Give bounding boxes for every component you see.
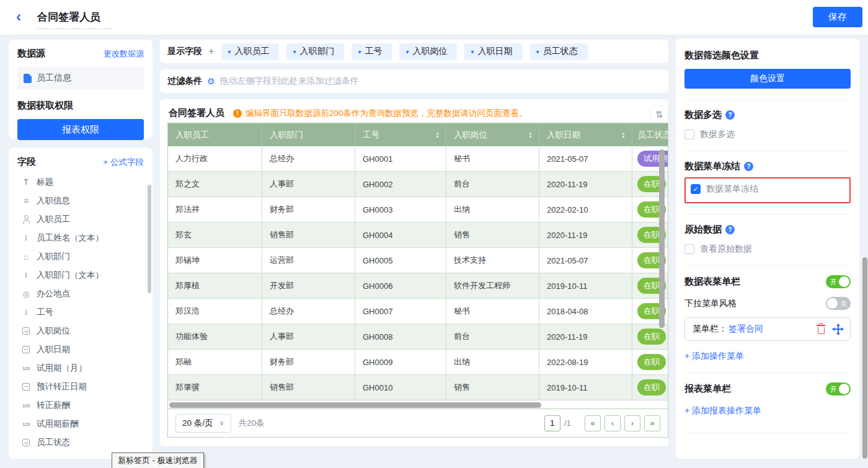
display-field-chip[interactable]: ▾入职日期 bbox=[464, 43, 522, 60]
display-field-chip[interactable]: ▾入职员工 bbox=[221, 43, 279, 60]
table-preview-panel: 合同签署人员 ! 编辑界面只取数据源前200条作为查询数据预览，完整数据请访问页… bbox=[160, 99, 668, 446]
table-column-header[interactable]: 工号▲▼ bbox=[355, 123, 446, 146]
raw-data-checkbox[interactable] bbox=[684, 244, 694, 254]
move-icon[interactable] bbox=[833, 325, 843, 334]
add-display-field-button[interactable]: + bbox=[208, 46, 214, 57]
display-field-chip[interactable]: ▾入职岗位 bbox=[399, 43, 457, 60]
table-column-header[interactable]: 入职员工 bbox=[168, 123, 262, 146]
field-item-label: 转正薪酬 bbox=[37, 400, 70, 411]
divider bbox=[684, 99, 851, 100]
gear-icon[interactable]: ⚙ bbox=[207, 76, 215, 86]
table-row[interactable]: 郑锡坤运营部GH0005技术支持2021-05-07在职 bbox=[168, 248, 668, 273]
table-cell: 财务部 bbox=[262, 350, 355, 374]
table-cell: 2021-05-07 bbox=[539, 146, 632, 171]
prev-page-button[interactable]: ‹ bbox=[604, 415, 621, 431]
field-item-label: 试用期（月） bbox=[37, 363, 87, 374]
back-icon[interactable]: ‹ bbox=[16, 8, 21, 25]
table-cell: GH0009 bbox=[355, 350, 446, 374]
field-item[interactable]: 入职员工 bbox=[17, 210, 144, 229]
table-cell-status: 在职 bbox=[632, 350, 668, 374]
change-datasource-link[interactable]: 更改数据源 bbox=[104, 48, 144, 60]
divider bbox=[684, 373, 851, 373]
window-scrollbar[interactable] bbox=[862, 257, 867, 459]
table-row[interactable]: 郑汉浩总经办GH0007秘书2018-04-08在职 bbox=[168, 299, 668, 324]
table-menu-toggle[interactable]: 开 bbox=[826, 275, 851, 288]
add-formula-field-link[interactable]: + 公式字段 bbox=[103, 157, 144, 168]
data-permission-title: 数据获取权限 bbox=[17, 100, 144, 112]
display-field-chip[interactable]: ▾入职部门 bbox=[286, 43, 344, 60]
sort-down-icon: ▼ bbox=[528, 135, 533, 139]
report-menu-toggle[interactable]: 开 bbox=[826, 382, 851, 395]
help-icon[interactable]: ? bbox=[725, 225, 735, 234]
field-item[interactable]: 员工姓名（文本） bbox=[17, 229, 144, 247]
save-button[interactable]: 保存 bbox=[813, 7, 862, 27]
field-item[interactable]: 员工状态 bbox=[17, 433, 144, 452]
table-column-header[interactable]: 入职部门 bbox=[262, 123, 355, 146]
display-field-chip[interactable]: ▾员工状态 bbox=[530, 43, 588, 60]
field-item[interactable]: 入职信息 bbox=[17, 192, 144, 210]
field-item[interactable]: 预计转正日期 bbox=[17, 377, 144, 396]
last-page-button[interactable]: » bbox=[644, 415, 660, 431]
field-item[interactable]: 试用期薪酬 bbox=[17, 415, 144, 433]
add-action-menu-link[interactable]: + 添加操作菜单 bbox=[684, 351, 851, 362]
field-item[interactable]: 转正薪酬 bbox=[17, 396, 144, 415]
table-row[interactable]: 郑之文人事部GH0002前台2020-11-19在职 bbox=[168, 172, 668, 197]
menu-item-link[interactable]: 签署合同 bbox=[728, 324, 763, 335]
table-row[interactable]: 郑厚植开发部GH0006软件开发工程师2019-10-11在职 bbox=[168, 273, 668, 299]
table-vertical-scrollbar[interactable] bbox=[659, 149, 665, 328]
field-item[interactable]: 入职日期 bbox=[17, 340, 144, 359]
field-list: 标题入职信息入职员工员工姓名（文本）入职部门入职部门（文本）办公地点工号入职岗位… bbox=[17, 173, 144, 452]
sort-arrows-icon[interactable]: ▲▼ bbox=[435, 131, 440, 139]
color-setting-button[interactable]: 颜色设置 bbox=[684, 69, 851, 89]
sort-arrows-icon[interactable]: ▲▼ bbox=[621, 131, 626, 139]
table-column-header[interactable]: 入职岗位▲▼ bbox=[446, 123, 539, 146]
field-item-label: 员工姓名（文本） bbox=[37, 232, 104, 244]
sort-toggle-button[interactable]: ⇅ bbox=[650, 105, 668, 124]
add-report-action-menu-link[interactable]: + 添加报表操作菜单 bbox=[684, 405, 851, 417]
table-column-header[interactable]: 入职日期▲▼ bbox=[539, 123, 632, 146]
sort-arrows-icon[interactable]: ▲▼ bbox=[528, 131, 533, 139]
table-row[interactable]: 郑法祥财务部GH0003出纳2022-02-10在职 bbox=[168, 197, 668, 223]
settings-panel: 数据筛选颜色设置 颜色设置 数据多选 ? 数据多选 数据菜单冻结 ? ✓ 数据菜… bbox=[676, 38, 859, 459]
table-cell: 秘书 bbox=[446, 146, 539, 171]
field-item[interactable]: 入职岗位 bbox=[17, 322, 144, 340]
field-item[interactable]: 试用期（月） bbox=[17, 359, 144, 377]
table-cell: 郑锡坤 bbox=[168, 248, 262, 273]
table-row[interactable]: 功能体验人事部GH0008前台2020-11-19在职 bbox=[168, 324, 668, 350]
field-item[interactable]: 入职部门（文本） bbox=[17, 266, 144, 285]
help-icon[interactable]: ? bbox=[725, 110, 735, 120]
display-field-chip[interactable]: ▾工号 bbox=[352, 43, 392, 60]
table-horizontal-scrollbar[interactable] bbox=[169, 402, 541, 408]
help-icon[interactable]: ? bbox=[744, 162, 753, 171]
first-page-button[interactable]: « bbox=[585, 415, 601, 431]
datasource-item[interactable]: 员工信息 bbox=[17, 67, 144, 89]
table-cell: 郑之文 bbox=[168, 172, 262, 196]
field-item-label: 入职部门（文本） bbox=[37, 270, 104, 281]
table-row[interactable]: 郑肇骥销售部GH0010销售2019-10-11在职 bbox=[168, 375, 668, 400]
page-size-select[interactable]: 20 条/页 ∨ bbox=[175, 414, 231, 433]
table-column-header[interactable]: 员工状态 bbox=[632, 123, 668, 146]
field-item[interactable]: 工号 bbox=[17, 303, 144, 322]
chip-label: 工号 bbox=[365, 46, 382, 57]
multi-select-checkbox[interactable] bbox=[684, 130, 694, 139]
table-row[interactable]: 郑玄销售部GH0004销售2020-11-19在职 bbox=[168, 223, 668, 248]
table-cell: 2022-02-10 bbox=[539, 197, 632, 222]
field-item[interactable]: 办公地点 bbox=[17, 285, 144, 303]
field-item[interactable]: 标题 bbox=[17, 173, 144, 192]
current-page-input[interactable]: 1 bbox=[544, 415, 560, 431]
field-item[interactable]: 入职部门 bbox=[17, 247, 144, 266]
field-list-scrollbar[interactable] bbox=[148, 185, 151, 293]
menu-freeze-checkbox[interactable]: ✓ bbox=[691, 184, 701, 194]
chevron-down-icon: ▾ bbox=[536, 48, 539, 55]
select-icon bbox=[22, 327, 30, 335]
next-page-button[interactable]: › bbox=[624, 415, 640, 431]
field-item-label: 入职岗位 bbox=[37, 325, 70, 337]
delete-icon[interactable] bbox=[818, 327, 825, 334]
table-row[interactable]: 郑融财务部GH0009出纳2022-08-19在职 bbox=[168, 350, 668, 375]
report-permission-button[interactable]: 报表权限 bbox=[17, 119, 144, 140]
dropdown-style-toggle[interactable]: 关 bbox=[826, 297, 851, 310]
table-row[interactable]: 人力行政总经办GH0001秘书2021-05-07试用期 bbox=[168, 146, 668, 172]
divider bbox=[684, 265, 851, 266]
table-cell: 2020-11-19 bbox=[539, 223, 632, 247]
table-cell: 郑厚植 bbox=[168, 273, 262, 298]
